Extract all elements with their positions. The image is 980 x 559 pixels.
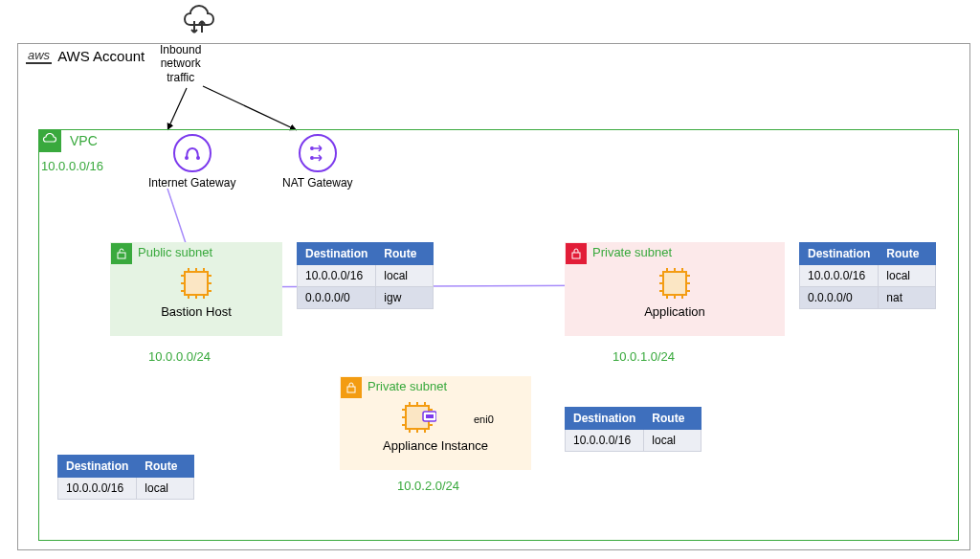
aws-account-label: aws AWS Account <box>18 44 152 68</box>
application-label: Application <box>566 304 784 319</box>
route-table-extra: DestinationRoute 10.0.0.0/16local <box>57 455 194 500</box>
cloud-icon <box>177 0 219 45</box>
svg-rect-36 <box>347 387 355 392</box>
route-table-app: DestinationRoute 10.0.0.0/16local 0.0.0.… <box>799 242 936 309</box>
private-app-cidr: 10.0.1.0/24 <box>612 349 675 364</box>
rt-cell: 0.0.0.0/0 <box>298 287 376 309</box>
vpc-label: VPC <box>70 133 98 148</box>
public-subnet: Public subnet Bastion Host <box>110 242 282 336</box>
public-subnet-icon <box>111 243 132 264</box>
svg-point-4 <box>185 156 189 160</box>
aws-logo-icon: aws <box>26 48 52 64</box>
private-subnet-appliance: Private subnet Appliance Instance <box>340 376 531 470</box>
private-subnet-app: Private subnet Application <box>565 242 785 336</box>
rt-cell: 0.0.0.0/0 <box>800 287 879 309</box>
vpc-icon <box>38 129 61 152</box>
rt-cell: 10.0.0.0/16 <box>298 265 376 287</box>
rt-cell: 10.0.0.0/16 <box>800 265 879 287</box>
ec2-icon <box>398 398 436 436</box>
route-table-public: DestinationRoute 10.0.0.0/16local 0.0.0.… <box>297 242 434 309</box>
rt-header-route: Route <box>376 243 434 265</box>
internet-gateway-icon <box>173 134 212 172</box>
public-subnet-cidr: 10.0.0.0/24 <box>148 349 211 364</box>
nat-gateway: NAT Gateway <box>282 134 353 190</box>
svg-rect-22 <box>572 253 580 258</box>
public-subnet-label: Public subnet <box>138 245 212 259</box>
svg-point-5 <box>196 156 200 160</box>
appliance-label: Appliance Instance <box>341 438 530 453</box>
private-appliance-cidr: 10.0.2.0/24 <box>397 479 459 493</box>
rt-header-dest: Destination <box>298 243 376 265</box>
rt-cell: local <box>644 430 702 452</box>
internet-gateway: Internet Gateway <box>148 134 235 190</box>
rt-cell: local <box>137 478 194 500</box>
svg-rect-8 <box>118 253 125 258</box>
bastion-host-label: Bastion Host <box>111 304 281 319</box>
rt-cell: 10.0.0.0/16 <box>566 430 644 452</box>
eni-label: eni0 <box>474 414 494 425</box>
svg-point-7 <box>310 156 314 160</box>
rt-header-dest: Destination <box>58 456 137 478</box>
rt-cell: igw <box>376 287 434 309</box>
rt-cell: local <box>376 265 434 287</box>
rt-header-route: Route <box>879 243 936 265</box>
rt-cell: nat <box>879 287 936 309</box>
rt-header-dest: Destination <box>800 243 879 265</box>
private-app-label: Private subnet <box>592 245 672 259</box>
ec2-icon <box>656 264 694 302</box>
nat-label: NAT Gateway <box>282 176 353 190</box>
rt-header-route: Route <box>644 408 702 430</box>
rt-cell: local <box>879 265 936 287</box>
aws-account-text: AWS Account <box>57 48 145 64</box>
private-subnet-icon <box>341 377 362 398</box>
rt-header-route: Route <box>137 456 194 478</box>
svg-rect-9 <box>185 272 208 295</box>
route-table-appliance: DestinationRoute 10.0.0.0/16local <box>565 407 702 452</box>
private-subnet-icon <box>566 243 587 264</box>
rt-header-dest: Destination <box>566 408 644 430</box>
private-appliance-label: Private subnet <box>368 379 447 393</box>
ec2-icon <box>177 264 215 302</box>
nat-gateway-icon <box>299 134 337 172</box>
svg-rect-51 <box>426 414 434 418</box>
svg-point-6 <box>310 146 314 150</box>
vpc-cidr: 10.0.0.0/16 <box>41 159 103 173</box>
svg-rect-23 <box>663 272 686 295</box>
igw-label: Internet Gateway <box>148 176 235 190</box>
rt-cell: 10.0.0.0/16 <box>58 478 137 500</box>
